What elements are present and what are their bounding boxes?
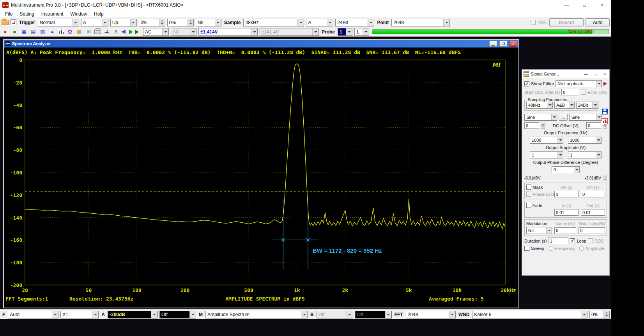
- sweep-amplitude-radio[interactable]: [579, 246, 584, 251]
- trigger-source-select[interactable]: A: [81, 19, 108, 26]
- font-underline-icon[interactable]: A: [112, 28, 120, 35]
- mask-on-input[interactable]: 1: [554, 191, 579, 197]
- font-decrease-icon[interactable]: -A: [103, 28, 110, 35]
- chevron-down-icon[interactable]: [368, 19, 374, 26]
- modulation-type-select[interactable]: NIL: [526, 227, 552, 234]
- siggen-sample-rate-select[interactable]: 48kHz: [526, 102, 553, 109]
- stop-icon[interactable]: ■: [11, 28, 18, 35]
- wave-more-button[interactable]: ...: [559, 114, 568, 121]
- pane-split-horizontal-icon[interactable]: ▤: [30, 28, 37, 35]
- chevron-down-icon[interactable]: [449, 311, 455, 318]
- spectrum-restore-button[interactable]: ❒: [499, 41, 507, 47]
- mod-index-input[interactable]: 0: [579, 227, 605, 234]
- fade-out-input[interactable]: 0.01: [581, 209, 605, 216]
- dds-checkbox[interactable]: [588, 238, 593, 243]
- save-icon[interactable]: [602, 109, 608, 114]
- freq-b-combo[interactable]: 1000: [568, 137, 602, 144]
- chevron-down-icon[interactable]: [574, 167, 579, 173]
- trigger-delay-spinner[interactable]: 0%: [167, 19, 194, 26]
- menu-setting[interactable]: Setting: [16, 11, 37, 18]
- chevron-down-icon[interactable]: [346, 28, 352, 35]
- spectrum-close-button[interactable]: ×: [510, 41, 517, 47]
- roll-checkbox[interactable]: [531, 20, 536, 25]
- coupling-b-select[interactable]: AC: [171, 28, 196, 36]
- chevron-down-icon[interactable]: [52, 311, 58, 318]
- amp-b-combo[interactable]: 1: [568, 151, 602, 158]
- carrier-input[interactable]: 0: [554, 227, 576, 234]
- auto-button[interactable]: Auto: [586, 18, 610, 26]
- siggen-minimize-button[interactable]: —: [582, 72, 590, 76]
- print-icon[interactable]: [94, 29, 101, 34]
- chevron-down-icon[interactable]: [557, 137, 563, 143]
- restart-icon[interactable]: [135, 30, 139, 34]
- chevron-down-icon[interactable]: [551, 114, 557, 120]
- b-mode-select[interactable]: Off: [355, 311, 392, 318]
- fft-size-select[interactable]: 2048: [406, 311, 456, 318]
- pane-grid-icon[interactable]: ▦: [20, 28, 28, 35]
- probe-a-select[interactable]: 1: [338, 28, 352, 36]
- menu-file[interactable]: File: [2, 11, 16, 18]
- fade-checkbox[interactable]: [526, 203, 531, 208]
- chevron-down-icon[interactable]: [581, 311, 587, 318]
- spectrogram-icon[interactable]: ▩: [76, 28, 83, 35]
- range-b-select[interactable]: ±141.4V: [260, 28, 319, 36]
- chevron-down-icon[interactable]: [347, 311, 353, 318]
- spinner-arrows-icon[interactable]: [159, 19, 165, 26]
- loopback-select[interactable]: No Loopback: [556, 80, 602, 87]
- sweep-checkbox[interactable]: [524, 246, 529, 251]
- chevron-down-icon[interactable]: [215, 19, 221, 26]
- close-button[interactable]: ×: [593, 0, 611, 10]
- spinner-arrows-icon[interactable]: [188, 19, 193, 26]
- chevron-down-icon[interactable]: [547, 102, 552, 108]
- oscilloscope-icon[interactable]: ≈: [48, 28, 56, 35]
- chevron-down-icon[interactable]: [592, 102, 598, 108]
- chevron-down-icon[interactable]: [443, 19, 449, 26]
- chevron-down-icon[interactable]: [385, 311, 391, 318]
- point-count-select[interactable]: 2048: [391, 19, 450, 26]
- chevron-down-icon[interactable]: [189, 311, 196, 318]
- phase-lock-checkbox[interactable]: [526, 192, 531, 197]
- menu-window[interactable]: Window: [67, 11, 90, 18]
- start-osc-input[interactable]: 0: [561, 89, 579, 95]
- dc-offset-a-input[interactable]: 0: [524, 122, 539, 129]
- sample-channel-select[interactable]: A: [306, 19, 333, 26]
- menu-help[interactable]: Help: [90, 11, 107, 18]
- siggen-titlebar[interactable]: Signal Gener... — □ ×: [522, 70, 609, 78]
- a-range-select[interactable]: -200dB: [108, 311, 157, 318]
- output-play-icon[interactable]: [603, 82, 607, 86]
- dc-offset-b-input[interactable]: 0: [586, 122, 601, 129]
- trigger-level-spinner[interactable]: 0%: [139, 19, 165, 26]
- chevron-down-icon[interactable]: [301, 311, 307, 318]
- maximize-button[interactable]: □: [575, 0, 593, 10]
- spectrum-window-titlebar[interactable]: Spectrum Analyzer ▁ ❒ ×: [4, 40, 518, 47]
- fade-in-input[interactable]: 0.01: [554, 209, 579, 216]
- spectrum-minimize-button[interactable]: ▁: [489, 41, 497, 47]
- chevron-down-icon[interactable]: [557, 152, 563, 158]
- a-mode-select[interactable]: Off: [159, 311, 196, 318]
- chevron-down-icon[interactable]: [596, 137, 601, 143]
- record-button[interactable]: Record: [549, 18, 584, 26]
- chevron-down-icon[interactable]: [569, 102, 574, 108]
- record-icon[interactable]: ●: [2, 28, 9, 35]
- amp-a-combo[interactable]: 1: [530, 151, 563, 158]
- wave-b-select[interactable]: Sine: [569, 114, 602, 121]
- data-logger-icon[interactable]: ≋: [85, 28, 92, 35]
- spectrum-analyzer-icon[interactable]: [58, 29, 64, 35]
- siggen-channels-select[interactable]: A&B: [554, 102, 575, 109]
- range-a-select[interactable]: ±1.414V: [198, 28, 258, 36]
- chevron-down-icon[interactable]: [363, 28, 369, 35]
- multimeter-icon[interactable]: Ω: [66, 28, 74, 35]
- chevron-down-icon[interactable]: [251, 28, 257, 35]
- chevron-down-icon[interactable]: [596, 152, 601, 158]
- probe-b-select[interactable]: 1: [354, 28, 369, 36]
- spinner-arrows-icon[interactable]: [603, 311, 609, 318]
- overlap-spinner[interactable]: 0%: [589, 311, 610, 318]
- chevron-down-icon[interactable]: [92, 311, 98, 318]
- chevron-down-icon[interactable]: [130, 19, 136, 26]
- window-function-select[interactable]: Kaiser 6: [472, 311, 587, 318]
- pane-split-vertical-icon[interactable]: ▥: [39, 28, 46, 35]
- mask-checkbox[interactable]: [526, 185, 531, 190]
- bit-depth-select[interactable]: 24Bit: [335, 19, 374, 26]
- freq-axis-select[interactable]: Auto: [8, 311, 58, 318]
- trigger-hpf-select[interactable]: NIL: [196, 19, 221, 26]
